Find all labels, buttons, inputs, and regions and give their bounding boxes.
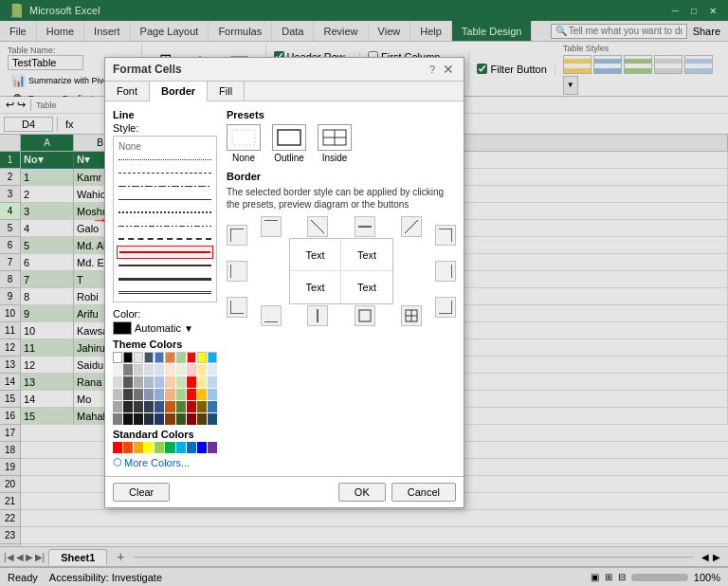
std-color-green[interactable]: [165, 442, 174, 453]
std-color-dark-blue[interactable]: [197, 442, 207, 453]
palette-cell[interactable]: [155, 389, 164, 400]
more-colors-link[interactable]: ⬡ More Colors...: [113, 456, 217, 468]
border-top-left-btn[interactable]: [227, 225, 247, 246]
border-bottom-right-btn[interactable]: [435, 297, 456, 318]
palette-cell[interactable]: [208, 364, 217, 375]
line-style-double[interactable]: [117, 285, 213, 299]
palette-cell[interactable]: [197, 413, 207, 425]
palette-cell[interactable]: [123, 401, 133, 412]
border-extra-btn[interactable]: [355, 305, 375, 326]
palette-cell[interactable]: [113, 364, 122, 375]
palette-cell[interactable]: [123, 389, 133, 400]
border-left-btn[interactable]: [227, 261, 247, 282]
palette-cell[interactable]: [165, 352, 174, 363]
std-color-blue[interactable]: [187, 442, 196, 453]
palette-cell[interactable]: [197, 376, 207, 388]
std-color-light-blue[interactable]: [176, 442, 186, 453]
palette-cell[interactable]: [155, 401, 164, 412]
line-style-thick[interactable]: [117, 272, 213, 285]
line-style-dash-dot-dot[interactable]: [117, 219, 213, 232]
palette-cell[interactable]: [176, 364, 186, 375]
palette-cell[interactable]: [208, 401, 217, 412]
palette-cell[interactable]: [134, 376, 143, 388]
palette-cell[interactable]: [197, 389, 207, 400]
dialog-tab-font[interactable]: Font: [105, 82, 150, 101]
line-style-medium-solid[interactable]: [117, 259, 213, 272]
preset-none-button[interactable]: None: [227, 124, 261, 163]
palette-cell[interactable]: [208, 352, 217, 363]
palette-cell[interactable]: [134, 389, 143, 400]
ok-button[interactable]: OK: [338, 483, 386, 502]
palette-cell[interactable]: [155, 364, 164, 375]
palette-cell[interactable]: [176, 389, 186, 400]
palette-cell[interactable]: [123, 413, 133, 425]
palette-cell[interactable]: [208, 389, 217, 400]
line-style-thin[interactable]: [117, 192, 213, 206]
std-color-orange[interactable]: [134, 442, 143, 453]
palette-cell[interactable]: [165, 389, 174, 400]
palette-cell[interactable]: [208, 413, 217, 425]
palette-cell[interactable]: [155, 376, 164, 388]
palette-cell[interactable]: [144, 413, 154, 425]
palette-cell[interactable]: [144, 401, 154, 412]
std-color-light-green[interactable]: [155, 442, 164, 453]
line-style-dash-dot[interactable]: [117, 179, 213, 192]
color-dropdown-button[interactable]: ▼: [184, 323, 193, 334]
dialog-close-button[interactable]: ✕: [441, 62, 456, 77]
palette-cell[interactable]: [187, 364, 196, 375]
std-color-purple[interactable]: [208, 442, 217, 453]
palette-cell[interactable]: [197, 352, 207, 363]
dialog-tab-border[interactable]: Border: [150, 82, 208, 101]
palette-cell[interactable]: [187, 376, 196, 388]
border-diag-rev-btn[interactable]: [401, 216, 422, 237]
line-style-medium-selected[interactable]: [117, 246, 213, 259]
palette-cell[interactable]: [197, 401, 207, 412]
palette-cell[interactable]: [113, 352, 122, 363]
border-top-btn[interactable]: [261, 216, 282, 237]
border-bottom-left-btn[interactable]: [227, 297, 247, 318]
palette-cell[interactable]: [113, 401, 122, 412]
std-color-red[interactable]: [113, 442, 122, 453]
palette-cell[interactable]: [165, 413, 174, 425]
border-diag-btn[interactable]: [307, 216, 328, 237]
palette-cell[interactable]: [176, 413, 186, 425]
palette-cell[interactable]: [187, 401, 196, 412]
palette-cell[interactable]: [155, 413, 164, 425]
palette-cell[interactable]: [187, 352, 196, 363]
palette-cell[interactable]: [165, 376, 174, 388]
palette-cell[interactable]: [134, 364, 143, 375]
palette-cell[interactable]: [144, 364, 154, 375]
palette-cell[interactable]: [176, 376, 186, 388]
line-style-short-dash[interactable]: [117, 166, 213, 179]
border-right-btn[interactable]: [435, 261, 456, 282]
preset-inside-button[interactable]: Inside: [318, 124, 352, 163]
palette-cell[interactable]: [208, 376, 217, 388]
palette-cell[interactable]: [134, 352, 143, 363]
palette-cell[interactable]: [134, 413, 143, 425]
dialog-question-button[interactable]: ?: [426, 64, 439, 75]
palette-cell[interactable]: [113, 376, 122, 388]
line-style-dotted[interactable]: [117, 153, 213, 166]
palette-cell[interactable]: [113, 389, 122, 400]
clear-button[interactable]: Clear: [113, 483, 170, 502]
palette-cell[interactable]: [176, 352, 186, 363]
palette-cell[interactable]: [197, 364, 207, 375]
border-top-right-btn[interactable]: [435, 225, 456, 246]
std-color-orange-red[interactable]: [123, 442, 133, 453]
color-swatch[interactable]: [113, 321, 132, 335]
palette-cell[interactable]: [113, 413, 122, 425]
palette-cell[interactable]: [144, 352, 154, 363]
dialog-tab-fill[interactable]: Fill: [208, 82, 245, 101]
line-style-medium-dashed[interactable]: [117, 232, 213, 246]
border-all-btn[interactable]: [401, 305, 422, 326]
border-horiz-mid-btn[interactable]: [355, 216, 375, 237]
palette-cell[interactable]: [123, 376, 133, 388]
palette-cell[interactable]: [176, 401, 186, 412]
std-color-yellow[interactable]: [144, 442, 154, 453]
palette-cell[interactable]: [123, 352, 133, 363]
border-vert-mid-btn[interactable]: [307, 305, 328, 326]
palette-cell[interactable]: [187, 389, 196, 400]
line-style-medium-dotted[interactable]: [117, 206, 213, 219]
palette-cell[interactable]: [123, 364, 133, 375]
palette-cell[interactable]: [165, 364, 174, 375]
